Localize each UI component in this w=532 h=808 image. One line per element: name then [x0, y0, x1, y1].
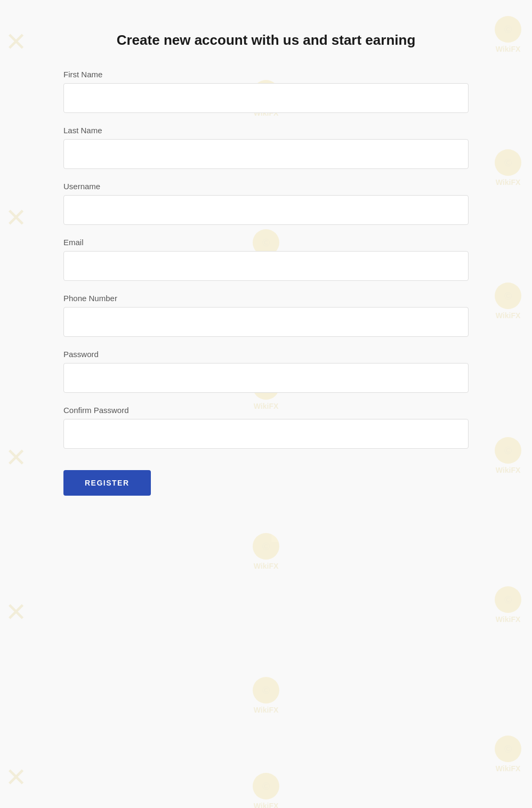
registration-form: First Name Last Name Username Email Phon…	[63, 70, 469, 496]
x-mark: ✕	[5, 27, 27, 56]
wikifx-watermark: © WikiFX	[495, 16, 521, 53]
confirm-password-group: Confirm Password	[63, 406, 469, 449]
x-mark: ✕	[5, 762, 27, 792]
phone-number-input[interactable]	[63, 307, 469, 337]
wikifx-watermark: © WikiFX	[253, 533, 279, 570]
first-name-input[interactable]	[63, 83, 469, 113]
x-mark: ✕	[5, 203, 27, 232]
wikifx-watermark: © WikiFX	[495, 586, 521, 624]
wikifx-watermark: © WikiFX	[495, 149, 521, 187]
email-label: Email	[63, 238, 469, 247]
x-mark: ✕	[5, 442, 27, 472]
password-input[interactable]	[63, 363, 469, 393]
phone-number-group: Phone Number	[63, 294, 469, 337]
x-mark: ✕	[5, 597, 27, 627]
last-name-input[interactable]	[63, 139, 469, 169]
last-name-label: Last Name	[63, 126, 469, 135]
last-name-group: Last Name	[63, 126, 469, 169]
username-group: Username	[63, 182, 469, 225]
wikifx-watermark: © WikiFX	[253, 677, 279, 714]
first-name-group: First Name	[63, 70, 469, 113]
page-title: Create new account with us and start ear…	[63, 32, 469, 49]
wikifx-watermark: © WikiFX	[253, 773, 279, 808]
wikifx-watermark: © WikiFX	[495, 282, 521, 320]
confirm-password-input[interactable]	[63, 419, 469, 449]
confirm-password-label: Confirm Password	[63, 406, 469, 415]
register-button[interactable]: REGISTER	[63, 470, 151, 496]
wikifx-watermark: © WikiFX	[495, 437, 521, 474]
username-label: Username	[63, 182, 469, 191]
email-input[interactable]	[63, 251, 469, 281]
username-input[interactable]	[63, 195, 469, 225]
wikifx-watermark: © WikiFX	[495, 736, 521, 773]
password-group: Password	[63, 350, 469, 393]
registration-form-container: Create new account with us and start ear…	[53, 0, 479, 538]
password-label: Password	[63, 350, 469, 359]
email-group: Email	[63, 238, 469, 281]
first-name-label: First Name	[63, 70, 469, 79]
phone-number-label: Phone Number	[63, 294, 469, 303]
